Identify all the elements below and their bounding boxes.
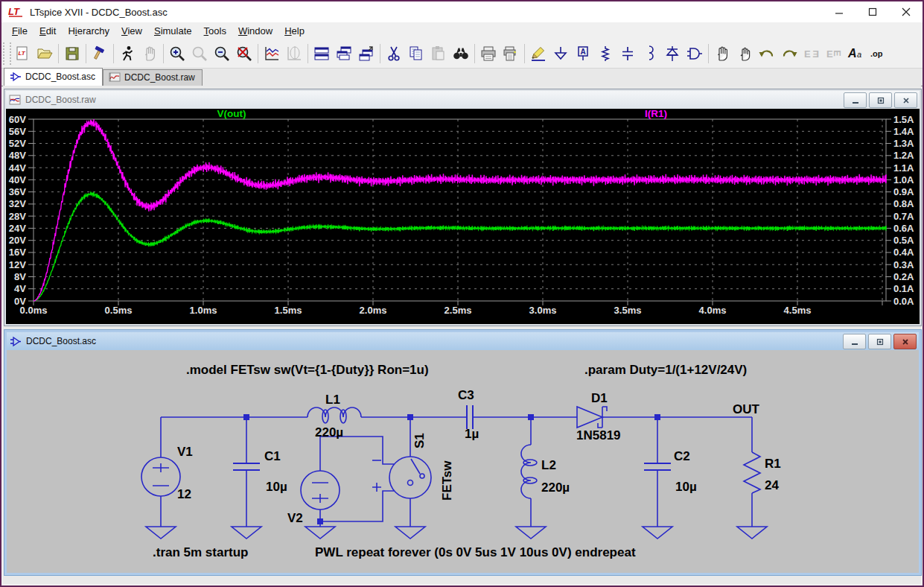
move-button[interactable] [711, 42, 733, 65]
cascade-windows-button[interactable] [333, 42, 355, 65]
tab-dcdc-boost-raw[interactable]: DCDC_Boost.raw [103, 69, 203, 86]
ground-symbols[interactable] [146, 527, 767, 539]
resistor-button[interactable] [594, 42, 616, 65]
component-button[interactable] [684, 42, 706, 65]
svg-text:a: a [857, 50, 861, 59]
print-preview-button[interactable] [500, 42, 522, 65]
y-right-tick-label: 0.7A [893, 211, 914, 222]
menu-edit[interactable]: Edit [34, 23, 62, 39]
waveform-window-titlebar[interactable]: DCDC_Boost.raw [6, 91, 920, 109]
wave-close-button[interactable] [894, 92, 917, 108]
component-l1[interactable]: L1 220µ [308, 393, 361, 440]
plot-settings-button[interactable] [261, 42, 283, 65]
x-tick-label: 0.5ms [105, 305, 133, 316]
schematic-window-titlebar[interactable]: DCDC_Boost.asc [7, 332, 919, 350]
halt-button[interactable] [138, 42, 161, 65]
menu-simulate[interactable]: Simulate [148, 23, 198, 39]
schematic-canvas[interactable]: .model FETsw sw(Vt={1-{Duty}} Ron=1u) .p… [7, 350, 919, 573]
x-tick-label: 4.5ms [784, 305, 812, 316]
zoom-in-icon [168, 45, 186, 63]
diode-icon [663, 45, 681, 63]
y-right-tick-label: 1.2A [893, 150, 914, 161]
menu-hierarchy[interactable]: Hierarchy [62, 23, 115, 39]
net-label-button[interactable]: A [572, 42, 594, 65]
run-button[interactable] [116, 42, 138, 65]
maximize-button[interactable] [856, 1, 889, 22]
tran-directive[interactable]: .tran 5m startup [153, 545, 248, 559]
rotate-button[interactable]: EE [823, 42, 845, 65]
close-button[interactable] [889, 1, 923, 22]
cut-icon [385, 45, 403, 63]
find-button[interactable] [450, 42, 472, 65]
component-l2[interactable]: L2 220µ [521, 445, 570, 498]
schem-minimize-button[interactable] [843, 334, 866, 349]
minimize-button[interactable] [822, 1, 856, 22]
waveform-plot-area[interactable]: 60V1.5A56V1.4A52V1.3A48V1.2A44V1.1A40V1.… [6, 109, 920, 324]
param-directive[interactable]: .param Duty=1/(1+12V/24V) [584, 363, 747, 377]
wire-button[interactable] [527, 42, 549, 65]
wave-restore-button[interactable] [869, 92, 892, 108]
zoom-full-extents-button[interactable] [233, 42, 255, 65]
component-c3[interactable]: C3 1µ [458, 388, 479, 441]
component-c2[interactable]: C2 10µ [644, 449, 697, 494]
svg-text:R1: R1 [765, 457, 781, 471]
schem-close-button[interactable] [893, 334, 917, 349]
text-button[interactable]: Aa [845, 42, 867, 65]
zoom-out-button[interactable] [211, 42, 233, 65]
inductor-button[interactable] [639, 42, 661, 65]
menu-view[interactable]: View [115, 23, 148, 39]
diode-button[interactable] [661, 42, 684, 65]
model-directive[interactable]: .model FETsw sw(Vt={1-{Duty}} Ron=1u) [186, 363, 429, 377]
tab-dcdc-boost-asc[interactable]: DCDC_Boost.asc [4, 68, 103, 86]
schem-restore-button[interactable] [868, 334, 891, 349]
print-button[interactable] [477, 42, 500, 65]
spice-directive-button[interactable]: .op [867, 42, 890, 65]
find-icon [452, 45, 470, 63]
schematic-window: DCDC_Boost.asc .model FETsw sw(Vt [4, 329, 922, 576]
component-c1[interactable]: C1 10µ [233, 449, 287, 494]
wires[interactable] [161, 417, 752, 527]
title-bar[interactable]: LT LTspice XVII - DCDC_Boost.asc [1, 1, 923, 22]
copy-icon [407, 45, 425, 63]
toolbar-separator [258, 44, 258, 63]
menu-tools[interactable]: Tools [198, 23, 232, 39]
undo-button[interactable] [756, 42, 778, 65]
drag-button[interactable] [733, 42, 756, 65]
save-button[interactable] [61, 42, 83, 65]
waveform-window-title: DCDC_Boost.raw [25, 95, 96, 105]
ground-button[interactable] [549, 42, 572, 65]
cut-button[interactable] [383, 42, 405, 65]
net-label-out[interactable]: OUT [733, 402, 760, 416]
legend-vout[interactable]: V(out) [217, 109, 246, 119]
menu-file[interactable]: File [6, 23, 34, 39]
component-v2[interactable]: V2 [287, 471, 340, 525]
tile-windows-button[interactable] [310, 42, 333, 65]
svg-text:10µ: 10µ [266, 480, 287, 494]
new-schematic-button[interactable]: LT [11, 42, 34, 65]
copy-button[interactable] [405, 42, 427, 65]
open-button[interactable] [34, 42, 56, 65]
menu-help[interactable]: Help [278, 23, 310, 39]
y-right-tick-label: 0.8A [893, 198, 914, 209]
zoom-back-icon [191, 45, 208, 63]
ltspice-window: LT LTspice XVII - DCDC_Boost.asc FileEdi… [0, 0, 924, 587]
wave-minimize-button[interactable] [844, 92, 867, 108]
toolbar: LTAEEEEAa.op [1, 39, 923, 69]
zoom-back-button[interactable] [188, 42, 211, 65]
y-right-tick-label: 1.4A [893, 126, 914, 137]
control-panel-button[interactable] [89, 42, 111, 65]
redo-button[interactable] [778, 42, 800, 65]
capacitor-button[interactable] [616, 42, 639, 65]
legend-ir1[interactable]: I(R1) [645, 109, 667, 119]
zoom-in-button[interactable] [166, 42, 188, 65]
toolbar-separator [524, 44, 525, 63]
mirror-button[interactable]: EE [800, 42, 823, 65]
pwl-text[interactable]: PWL repeat forever (0s 0V 5us 1V 10us 0V… [315, 545, 636, 559]
restore-windows-button[interactable] [355, 42, 377, 65]
component-r1[interactable]: R1 24 [744, 452, 781, 493]
toolbar-grip[interactable] [3, 42, 11, 65]
component-v1[interactable]: V1 12 [141, 445, 193, 501]
menu-window[interactable]: Window [232, 23, 278, 39]
autorange-button[interactable] [283, 42, 305, 65]
paste-button[interactable] [427, 42, 450, 65]
